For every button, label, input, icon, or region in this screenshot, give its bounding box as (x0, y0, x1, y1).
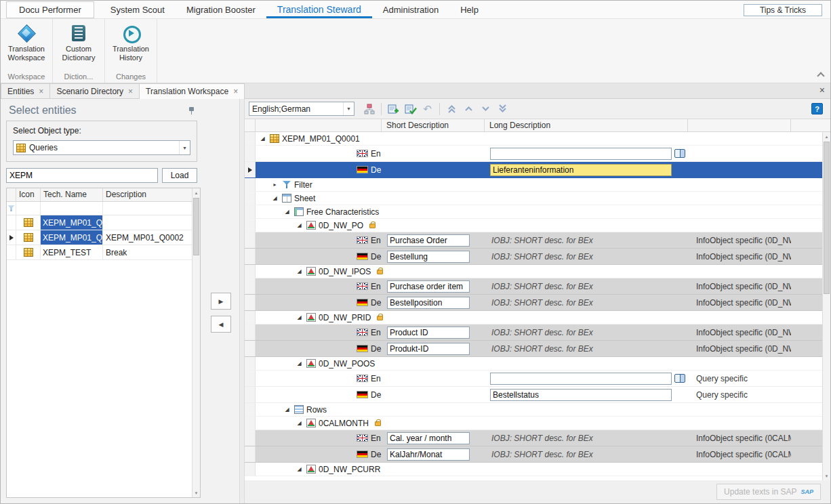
ribbon-button-translation-workspace[interactable]: Translation Workspace (3, 19, 50, 72)
tree-node-rows[interactable]: ◢Rows (245, 403, 822, 417)
tech-name-cell[interactable]: XEPM_TEST (41, 245, 103, 259)
expander-icon[interactable]: ◢ (258, 135, 267, 142)
long-description-field[interactable] (490, 373, 672, 385)
scroll-down-icon[interactable]: ▼ (823, 471, 830, 480)
move-right-button[interactable]: ▶ (211, 293, 231, 310)
table-row-xepm-mp01-q[interactable]: XEPM_MP01_Q...XEPM_MP01_Q0002 (7, 230, 192, 245)
translation-row-en[interactable]: En (245, 146, 822, 162)
tab-close-icon[interactable]: × (39, 88, 43, 95)
translation-row-en[interactable]: EnIOBJ: SHORT desc. for BExInfoObject sp… (245, 278, 822, 295)
expander-icon[interactable]: ◢ (270, 195, 279, 201)
description-cell[interactable]: Break (103, 245, 192, 259)
header-tree[interactable] (256, 119, 382, 131)
update-texts-button[interactable]: Update texts in SAP SAP (716, 484, 821, 500)
entity-table-scrollbar[interactable]: ▲ ▼ (192, 188, 200, 497)
expander-icon[interactable]: ◢ (295, 268, 304, 274)
short-description-field[interactable] (387, 234, 470, 247)
expander-icon[interactable]: ▸ (270, 182, 279, 188)
expander-icon[interactable]: ◢ (283, 209, 291, 215)
tree-node-0d-nw-poos[interactable]: ◢0D_NW_POOS (245, 357, 822, 371)
menu-item-migration-booster[interactable]: Migration Booster (176, 1, 266, 18)
long-description-field[interactable] (490, 389, 672, 401)
tips-and-tricks-button[interactable]: Tips & Tricks (744, 4, 822, 16)
description-cell[interactable] (103, 215, 192, 230)
expander-icon[interactable]: ◢ (295, 222, 304, 228)
translation-row-en[interactable]: EnIOBJ: SHORT desc. for BExInfoObject sp… (245, 430, 822, 446)
translation-row-en[interactable]: EnIOBJ: SHORT desc. for BExInfoObject sp… (245, 324, 822, 341)
dictionary-lookup-icon[interactable] (674, 374, 685, 383)
undo-icon[interactable]: ↶ (420, 102, 435, 117)
long-description-field[interactable] (490, 148, 672, 160)
tech-name-cell[interactable]: XEPM_MP01_Q... (41, 230, 103, 245)
short-description-field[interactable] (387, 297, 470, 309)
previous-change-icon[interactable] (461, 102, 477, 117)
menu-item-help[interactable]: Help (449, 1, 489, 18)
short-description-field[interactable] (387, 280, 470, 293)
tree-node-0calmonth[interactable]: ◢0CALMONTH (245, 417, 822, 430)
short-description-field[interactable] (387, 343, 470, 355)
structure-view-icon[interactable] (361, 102, 377, 117)
header-icon[interactable]: Icon (16, 188, 41, 201)
menu-item-docu-performer[interactable]: Docu Performer (6, 1, 94, 18)
grid-scrollbar[interactable]: ▲ ▼ (822, 132, 830, 480)
long-description-field[interactable] (490, 164, 672, 176)
dropdown-arrow-icon[interactable]: ▼ (343, 102, 354, 115)
header-tech-name[interactable]: Tech. Name (41, 188, 103, 201)
scroll-down-icon[interactable]: ▼ (192, 488, 200, 497)
header-long-description[interactable]: Long Description (485, 119, 688, 131)
last-change-icon[interactable] (495, 102, 510, 117)
tree-node-0d-nw-pcurr[interactable]: ◢0D_NW_PCURR (245, 463, 822, 476)
header-description[interactable]: Description (103, 188, 192, 201)
tab-entities[interactable]: Entities× (1, 83, 50, 98)
scroll-thumb[interactable] (824, 142, 830, 294)
apply-dictionary-icon[interactable] (403, 102, 418, 117)
next-change-icon[interactable] (478, 102, 493, 117)
table-filter-row[interactable] (7, 202, 192, 215)
tree-node-filter[interactable]: ▸Filter (245, 178, 822, 192)
entity-search-input[interactable] (6, 168, 158, 183)
scroll-up-icon[interactable]: ▲ (823, 132, 830, 141)
short-description-field[interactable] (387, 432, 470, 444)
header-short-description[interactable]: Short Description (382, 119, 485, 131)
tabbar-close-icon[interactable]: × (819, 85, 825, 95)
scroll-thumb[interactable] (193, 198, 199, 255)
tab-close-icon[interactable]: × (128, 88, 133, 95)
short-description-field[interactable] (387, 251, 470, 263)
tech-name-cell[interactable]: XEPM_MP01_Q... (41, 215, 103, 230)
translation-row-de[interactable]: DeIOBJ: SHORT desc. for BExInfoObject sp… (245, 446, 822, 463)
header-scope[interactable] (688, 119, 791, 131)
expander-icon[interactable]: ◢ (295, 420, 304, 426)
translation-row-de[interactable]: DeIOBJ: SHORT desc. for BExInfoObject sp… (245, 341, 822, 357)
first-change-icon[interactable] (444, 102, 460, 117)
tree-node-0d-nw-ipos[interactable]: ◢0D_NW_IPOS (245, 265, 822, 278)
language-pair-dropdown[interactable]: English;German ▼ (249, 102, 354, 116)
object-type-dropdown[interactable]: Queries ▼ (13, 140, 190, 155)
expander-icon[interactable]: ◢ (295, 360, 304, 366)
tab-scenario-directory[interactable]: Scenario Directory× (49, 83, 140, 98)
pin-icon[interactable] (187, 106, 196, 115)
load-button[interactable]: Load (162, 168, 197, 183)
short-description-field[interactable] (387, 448, 470, 461)
tree-node-0d-nw-po[interactable]: ◢0D_NW_PO (245, 219, 822, 232)
menu-item-system-scout[interactable]: System Scout (100, 1, 176, 18)
short-description-field[interactable] (387, 327, 470, 339)
translation-row-en[interactable]: EnQuery specific (245, 371, 822, 387)
tab-close-icon[interactable]: × (233, 88, 238, 95)
add-to-dictionary-icon[interactable] (386, 102, 401, 117)
dropdown-arrow-icon[interactable]: ▼ (179, 141, 190, 154)
translation-row-de[interactable]: DeIOBJ: SHORT desc. for BExInfoObject sp… (245, 249, 822, 265)
tree-node-free-characteristics[interactable]: ◢Free Characteristics (245, 205, 822, 219)
tree-node-sheet[interactable]: ◢Sheet (245, 192, 822, 205)
dictionary-lookup-icon[interactable] (674, 149, 685, 158)
ribbon-collapse-icon[interactable] (817, 72, 824, 79)
translation-row-de[interactable]: DeQuery specific (245, 387, 822, 403)
move-left-button[interactable]: ◀ (211, 316, 231, 333)
table-row-xepm-mp01-q[interactable]: XEPM_MP01_Q... (7, 215, 192, 230)
panel-splitter[interactable] (239, 99, 245, 503)
ribbon-button-custom-dictionary[interactable]: Custom Dictionary (55, 19, 102, 72)
menu-item-administration[interactable]: Administration (372, 1, 449, 18)
ribbon-button-translation-history[interactable]: Translation History (107, 19, 155, 72)
expander-icon[interactable]: ◢ (295, 314, 304, 320)
tree-node-0d-nw-prid[interactable]: ◢0D_NW_PRID (245, 311, 822, 324)
translation-row-de[interactable]: DeIOBJ: SHORT desc. for BExInfoObject sp… (245, 295, 822, 311)
